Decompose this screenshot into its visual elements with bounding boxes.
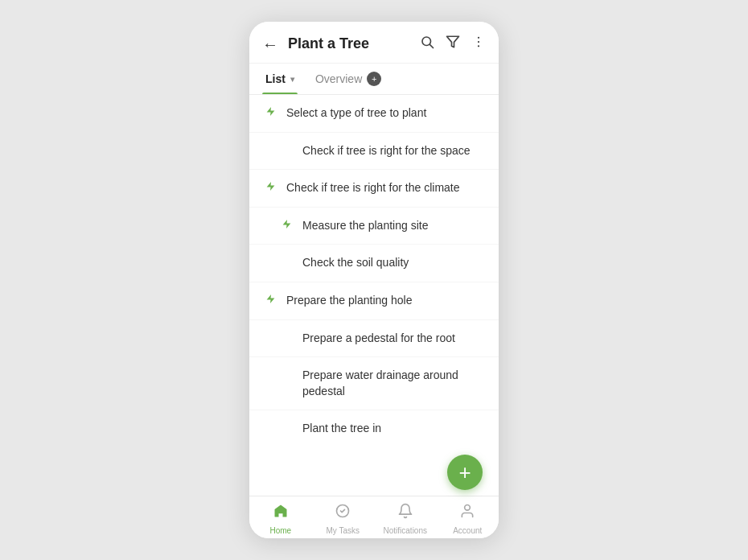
nav-item-account[interactable]: Account	[437, 503, 499, 535]
task-text: Measure the planting site	[302, 218, 428, 234]
task-item[interactable]: ⚡ Check if tree is right for the space	[249, 133, 499, 171]
task-item[interactable]: ⚡ Plant the tree in	[249, 410, 499, 447]
notifications-icon	[397, 503, 413, 523]
tabs-bar: List ▾ Overview +	[249, 64, 499, 95]
back-button[interactable]: ←	[262, 36, 278, 52]
task-item[interactable]: ⚡ Prepare a pedestal for the root	[249, 320, 499, 358]
nav-item-home[interactable]: Home	[249, 503, 312, 535]
svg-marker-8	[282, 220, 290, 229]
svg-marker-2	[447, 36, 459, 47]
nav-label-home: Home	[269, 526, 291, 535]
task-lightning-icon	[262, 294, 278, 304]
task-lightning-icon	[262, 181, 278, 191]
task-item[interactable]: Check if tree is right for the climate	[249, 170, 499, 208]
phone-container: ← Plant a Tree	[249, 22, 499, 538]
svg-line-1	[429, 44, 433, 47]
page-title: Plant a Tree	[288, 35, 420, 52]
task-item[interactable]: ⚡ Prepare water drainage around pedestal	[249, 357, 499, 410]
task-text: Check if tree is right for the climate	[286, 180, 460, 196]
task-item[interactable]: Select a type of tree to plant	[249, 95, 499, 133]
task-lightning-icon	[278, 219, 294, 229]
task-item[interactable]: ⚡ Check the soil quality	[249, 245, 499, 282]
tab-list-label: List	[265, 72, 286, 85]
svg-point-11	[465, 504, 471, 510]
tab-list-dropdown-icon: ▾	[290, 75, 294, 84]
svg-point-3	[478, 37, 479, 39]
task-item[interactable]: Prepare the planting hole	[249, 282, 499, 320]
tab-overview-label: Overview	[315, 72, 362, 85]
header-icons	[420, 35, 486, 53]
tab-list[interactable]: List ▾	[262, 64, 298, 93]
bottom-nav: Home My Tasks Notifications	[249, 496, 499, 538]
svg-point-5	[478, 45, 479, 47]
task-item[interactable]: Measure the planting site	[249, 208, 499, 245]
header: ← Plant a Tree	[249, 22, 499, 64]
nav-label-account: Account	[453, 526, 482, 535]
task-text: Prepare water drainage around pedestal	[302, 368, 486, 399]
tab-overview-badge: +	[367, 72, 381, 86]
nav-item-notifications[interactable]: Notifications	[374, 503, 437, 535]
home-icon	[273, 503, 289, 523]
svg-marker-6	[266, 107, 274, 116]
tab-overview[interactable]: Overview +	[312, 64, 384, 94]
nav-label-notifications: Notifications	[384, 526, 427, 535]
task-text: Check if tree is right for the space	[302, 143, 471, 159]
search-icon[interactable]	[420, 35, 434, 53]
filter-icon[interactable]	[446, 35, 460, 53]
task-list: Select a type of tree to plant ⚡ Check i…	[249, 95, 499, 496]
nav-label-my-tasks: My Tasks	[327, 526, 360, 535]
nav-item-my-tasks[interactable]: My Tasks	[312, 503, 375, 535]
more-icon[interactable]	[471, 35, 486, 53]
account-icon	[459, 503, 475, 523]
my-tasks-icon	[335, 503, 351, 523]
task-text: Prepare the planting hole	[286, 293, 412, 309]
fab-add-button[interactable]: +	[447, 455, 483, 490]
svg-marker-7	[266, 182, 274, 191]
task-text: Plant the tree in	[302, 421, 381, 437]
task-lightning-icon	[262, 106, 278, 117]
task-text: Check the soil quality	[302, 255, 409, 271]
task-text: Select a type of tree to plant	[286, 105, 426, 121]
svg-point-4	[478, 41, 479, 43]
task-text: Prepare a pedestal for the root	[302, 331, 455, 347]
svg-marker-9	[266, 294, 274, 303]
